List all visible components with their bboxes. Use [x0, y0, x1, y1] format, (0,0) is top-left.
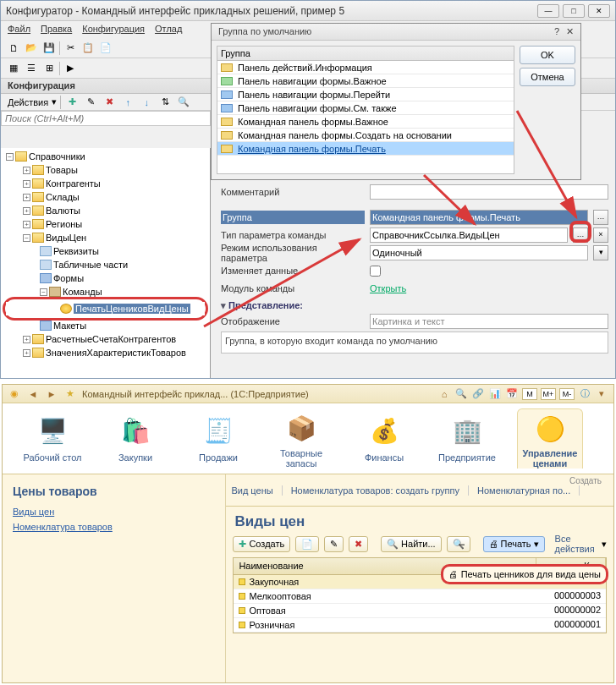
expand-toggle[interactable]: −: [23, 234, 30, 242]
create-link[interactable]: Вид цены: [231, 485, 282, 496]
table-row[interactable]: Мелкооптовая 000000003: [234, 589, 606, 604]
menu-edit[interactable]: Правка: [41, 24, 72, 36]
tree-rekv[interactable]: Реквизиты: [53, 246, 99, 256]
tree-forms[interactable]: Формы: [53, 273, 84, 283]
table-row[interactable]: Розничная 000000001: [234, 618, 606, 633]
cancel-button[interactable]: Отмена: [520, 68, 575, 86]
paste-icon[interactable]: 📄: [98, 41, 113, 56]
calendar-icon[interactable]: 📅: [505, 387, 519, 401]
link-icon[interactable]: 🔗: [471, 387, 485, 401]
expand-toggle[interactable]: +: [23, 180, 30, 188]
copy-icon[interactable]: 📋: [80, 41, 96, 56]
edit-button[interactable]: ✎: [324, 536, 344, 552]
maximize-button[interactable]: □: [563, 4, 585, 18]
tree-item[interactable]: Товары: [46, 165, 78, 175]
prop-otob-field[interactable]: Картинка и текст: [370, 314, 608, 329]
save-icon[interactable]: 💾: [41, 41, 57, 56]
create-link[interactable]: Номенклатурная по...: [477, 485, 580, 496]
prop-ellipsis-button[interactable]: …: [573, 227, 588, 243]
info-icon[interactable]: ⓘ: [578, 387, 591, 401]
badge-mminus[interactable]: M-: [559, 388, 575, 400]
list-item[interactable]: Командная панель формы.Важное: [238, 117, 388, 127]
list-item[interactable]: Командная панель формы.Создать на основа…: [238, 130, 452, 140]
tree-commands[interactable]: Команды: [63, 287, 102, 297]
list-item[interactable]: Панель навигации формы.См. также: [238, 103, 397, 113]
table-row[interactable]: Оптовая 000000002: [234, 604, 606, 618]
calc-icon[interactable]: 📊: [488, 387, 502, 401]
prop-tpk-field[interactable]: СправочникСсылка.ВидыЦен: [370, 227, 568, 243]
tree-root[interactable]: Справочники: [29, 151, 85, 162]
menu-icon[interactable]: ▾: [595, 387, 608, 401]
open-module-link[interactable]: Открыть: [370, 283, 406, 293]
list-item[interactable]: Панель действий.Информация: [238, 63, 372, 73]
search-input[interactable]: [1, 111, 211, 126]
find-icon[interactable]: 🔍: [176, 95, 191, 110]
delete-icon[interactable]: ✖: [102, 95, 117, 110]
popup-close-icon[interactable]: ✕: [566, 26, 574, 37]
nav-price[interactable]: 🟡 Управление ценами: [517, 408, 583, 469]
nav-desktop[interactable]: 🖥️ Рабочий стол: [19, 408, 85, 469]
tree-item[interactable]: Регионы: [46, 219, 82, 229]
prop-rip-field[interactable]: Одиночный: [370, 245, 588, 260]
list-icon[interactable]: ☰: [24, 61, 39, 76]
prop-izm-checkbox[interactable]: [370, 266, 381, 277]
create-link[interactable]: Номенклатура товаров: создать группу: [291, 485, 469, 496]
prop-dropdown-button[interactable]: ▾: [593, 245, 608, 260]
expand-toggle[interactable]: +: [23, 167, 30, 174]
nav-buy[interactable]: 🛍️ Закупки: [102, 408, 168, 469]
badge-m[interactable]: M: [522, 388, 537, 400]
nav-fin[interactable]: 💰 Финансы: [351, 408, 417, 469]
popup-help-icon[interactable]: ?: [554, 26, 559, 37]
expand-toggle[interactable]: +: [23, 336, 30, 343]
layout-icon[interactable]: ▦: [6, 61, 21, 76]
clear-find-button[interactable]: 🔍̶: [447, 536, 470, 552]
prop-clear-button[interactable]: ×: [593, 227, 608, 243]
tree-makety[interactable]: Макеты: [53, 321, 86, 331]
new-icon[interactable]: 🗋: [6, 41, 21, 56]
prop-group-field[interactable]: Командная панель формы.Печать: [370, 210, 588, 225]
menu-debug[interactable]: Отлад: [155, 24, 182, 36]
menu-config[interactable]: Конфигурация: [82, 24, 145, 36]
cut-icon[interactable]: ✂: [63, 41, 78, 56]
copy-button[interactable]: 📄: [295, 536, 319, 552]
expand-toggle[interactable]: −: [6, 153, 14, 161]
favorite-icon[interactable]: ★: [63, 387, 77, 401]
create-button[interactable]: ✚Создать: [233, 536, 290, 552]
tree-vidycen[interactable]: ВидыЦен: [46, 233, 86, 243]
prop-comment-field[interactable]: [370, 184, 608, 200]
list-item[interactable]: Панель навигации формы.Важное: [238, 76, 387, 86]
edit-icon[interactable]: ✎: [83, 95, 98, 110]
down-icon[interactable]: ↓: [139, 95, 154, 110]
ok-button[interactable]: OK: [520, 46, 575, 64]
tree-pechat[interactable]: ПечатьЦенниковВидЦены: [74, 304, 190, 314]
tree-item[interactable]: Валюты: [46, 206, 80, 216]
close-button[interactable]: ✕: [588, 4, 610, 18]
tree-tabparts[interactable]: Табличные части: [53, 260, 128, 270]
all-actions-link[interactable]: Все действия: [555, 534, 597, 554]
up-icon[interactable]: ↑: [120, 95, 135, 110]
delete-button[interactable]: ✖: [349, 536, 368, 552]
nav-sell[interactable]: 🧾 Продажи: [185, 408, 251, 469]
add-icon[interactable]: ✚: [64, 95, 80, 110]
expand-toggle[interactable]: +: [23, 194, 30, 201]
minimize-button[interactable]: —: [537, 4, 559, 18]
expand-toggle[interactable]: −: [40, 288, 47, 296]
expand-toggle[interactable]: +: [23, 349, 30, 357]
find-button[interactable]: 🔍 Найти...: [381, 536, 442, 552]
badge-mplus[interactable]: M+: [541, 388, 556, 400]
tree-item[interactable]: Склады: [46, 192, 80, 202]
prop-ellipsis-button[interactable]: …: [593, 210, 608, 225]
home-icon[interactable]: ⌂: [437, 387, 451, 401]
list-item-selected[interactable]: Командная панель формы.Печать: [238, 144, 386, 154]
menu-file[interactable]: Файл: [8, 24, 30, 36]
nav-stock[interactable]: 📦 Товарные запасы: [268, 408, 334, 469]
expand-toggle[interactable]: +: [23, 221, 30, 228]
nav-fwd-icon[interactable]: ►: [45, 387, 58, 401]
run-icon[interactable]: ▶: [63, 61, 78, 76]
nav-back-icon[interactable]: ◄: [26, 387, 40, 401]
tree-rsch[interactable]: РасчетныеСчетаКонтрагентов: [46, 334, 176, 344]
expand-toggle[interactable]: +: [23, 207, 30, 215]
sort-icon[interactable]: ⇅: [157, 95, 173, 110]
nav-ent[interactable]: 🏢 Предприятие: [434, 408, 500, 469]
actions-label[interactable]: Действия: [8, 97, 48, 107]
